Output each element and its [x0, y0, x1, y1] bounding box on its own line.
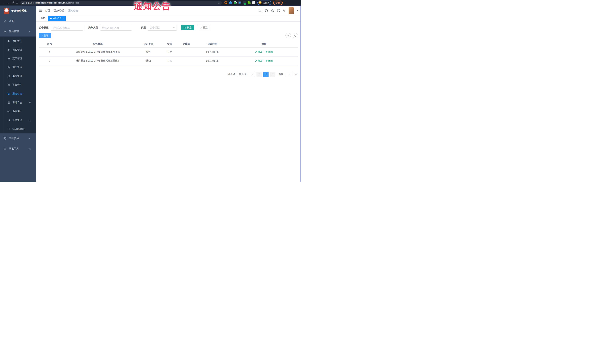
collapse-sidebar-icon[interactable] — [39, 9, 42, 12]
col-header-type: 公告类型 — [135, 41, 161, 47]
sidebar-item-label: 通知公告 — [12, 92, 22, 95]
header-search-icon[interactable] — [259, 9, 262, 12]
sidebar-item-online-users[interactable]: 在线用户 — [0, 107, 36, 116]
sidebar-item-audit-log[interactable]: 审计日志 — [0, 98, 36, 107]
breadcrumb-system[interactable]: 系统管理 — [54, 9, 64, 12]
gear-icon — [4, 30, 7, 33]
extension-blue-diamond-icon[interactable] — [238, 1, 241, 4]
next-page-button[interactable] — [270, 72, 275, 77]
sidebar-item-dept-management[interactable]: 部门管理 — [0, 63, 36, 72]
extension-leaf-icon[interactable] — [247, 1, 251, 4]
reset-button[interactable]: 重置 — [197, 25, 210, 31]
browser-home-icon[interactable]: ⌂ — [15, 1, 19, 4]
url-host[interactable]: dashboard.yudao.iocoder.cn — [35, 2, 65, 4]
browser-update-button[interactable]: 更新 — [273, 0, 283, 5]
shield-check-icon — [7, 119, 10, 121]
chevron-down-icon — [173, 27, 175, 29]
col-header-creator: 创建者 — [178, 41, 195, 47]
extension-blue-drop-icon[interactable] — [229, 1, 232, 4]
browser-forward-icon[interactable]: → — [6, 1, 11, 4]
edit-label: 修改 — [258, 59, 262, 62]
tab-notice[interactable]: 通知公告 × — [48, 16, 66, 21]
delete-link[interactable]: 删除 — [266, 50, 273, 53]
tags-view-bar: 首页 通知公告 × — [36, 16, 301, 21]
sidebar-item-notice[interactable]: 通知公告 — [0, 89, 36, 98]
tab-home[interactable]: 首页 — [39, 16, 47, 21]
bookmark-star-icon[interactable]: ☆ — [218, 1, 220, 4]
security-label[interactable]: 不安全 — [25, 1, 32, 4]
sidebar-item-infrastructure[interactable]: 基础设施 — [0, 134, 36, 144]
goto-page-input[interactable] — [285, 72, 293, 77]
refresh-icon — [294, 34, 297, 37]
address-divider: | — [33, 2, 34, 4]
browser-profile-chip[interactable]: 已暂停 — [258, 0, 271, 5]
chevron-down-icon — [29, 119, 33, 121]
github-icon[interactable] — [265, 9, 268, 12]
font-size-icon[interactable]: tT — [283, 9, 286, 12]
extensions-puzzle-icon[interactable] — [252, 1, 255, 4]
window-scrollbar[interactable] — [301, 6, 301, 182]
operator-input[interactable] — [100, 25, 132, 31]
table-toolbar: + 新增 — [39, 33, 298, 38]
profile-paused-label: 已暂停 — [263, 1, 269, 4]
page-number-button[interactable]: 1 — [263, 72, 269, 77]
sidebar-item-error-code-management[interactable]: 错误码管理 — [0, 125, 36, 134]
sidebar-item-label: 审计日志 — [12, 101, 22, 104]
plus-icon: + — [42, 34, 43, 37]
notice-title-input[interactable] — [51, 25, 83, 31]
extension-green-circle-icon[interactable] — [234, 1, 237, 4]
browser-back-icon[interactable]: ← — [1, 1, 6, 4]
sidebar-item-dict-management[interactable]: 字典管理 — [0, 81, 36, 90]
menu-list-icon — [7, 57, 10, 60]
extension-on-badge-icon[interactable] — [243, 1, 246, 4]
help-question-icon[interactable] — [271, 9, 274, 12]
user-menu-caret-icon[interactable]: ▾ — [297, 10, 298, 12]
tab-label: 首页 — [41, 17, 45, 20]
browser-reload-icon[interactable] — [11, 1, 15, 4]
sidebar-logo[interactable]: 芋道管理系统 — [0, 6, 36, 16]
sidebar-item-label: 菜单管理 — [12, 57, 22, 60]
chevron-down-icon — [29, 102, 33, 104]
user-avatar[interactable] — [289, 7, 294, 14]
prev-page-button[interactable] — [257, 72, 262, 77]
fullscreen-icon[interactable] — [277, 9, 280, 12]
system-submenu: 用户管理 角色管理 菜单管理 部门管理 岗位管理 字典管理 — [0, 37, 36, 134]
search-button[interactable]: 搜索 — [181, 25, 194, 31]
tab-close-icon[interactable]: × — [63, 17, 64, 20]
add-button[interactable]: + 新增 — [39, 33, 51, 38]
refresh-table-button[interactable] — [293, 33, 298, 38]
page-unit-label: 页 — [295, 73, 297, 76]
cell-creator — [178, 47, 195, 56]
page-size-select[interactable]: 10条/页 — [237, 72, 255, 77]
sidebar-item-dev-tools[interactable]: 研发工具 — [0, 144, 36, 154]
notice-type-select[interactable]: 公告类型 — [148, 25, 177, 31]
sidebar-item-post-management[interactable]: 岗位管理 — [0, 72, 36, 81]
edit-link[interactable]: 修改 — [255, 59, 262, 62]
cell-title: 温馨提醒：2018-07-01 若依新版本发布啦 — [60, 47, 135, 56]
sidebar: 芋道管理系统 首页 系统管理 用户管理 角色管理 菜单管理 — [0, 6, 36, 182]
col-header-no: 序号 — [39, 41, 60, 47]
breadcrumb-current: 通知公告 — [68, 9, 78, 12]
post-badge-icon — [7, 75, 10, 77]
breadcrumb-separator: / — [66, 9, 67, 12]
address-bar[interactable]: 不安全 | dashboard.yudao.iocoder.cn/system/… — [20, 1, 222, 5]
toggle-search-button[interactable] — [285, 33, 291, 38]
operator-label: 操作人员 — [88, 26, 98, 29]
update-label: 更新 — [276, 1, 280, 4]
browser-menu-icon[interactable]: ⋮ — [284, 1, 287, 4]
sidebar-item-label: 用户管理 — [12, 39, 22, 43]
dev-tools-icon — [4, 147, 7, 150]
sidebar-item-user-management[interactable]: 用户管理 — [0, 37, 36, 45]
search-icon — [287, 34, 289, 37]
delete-link[interactable]: 删除 — [266, 59, 273, 62]
sidebar-item-sms-management[interactable]: 短信管理 — [0, 116, 36, 125]
sidebar-item-home[interactable]: 首页 — [0, 16, 36, 26]
edit-link[interactable]: 修改 — [255, 50, 262, 53]
sidebar-item-menu-management[interactable]: 菜单管理 — [0, 54, 36, 63]
code-icon — [7, 128, 10, 130]
url-path[interactable]: /system/notice — [65, 2, 79, 4]
extension-orange-ring-icon[interactable] — [224, 1, 227, 4]
breadcrumb-home[interactable]: 首页 — [45, 9, 50, 12]
sidebar-item-system-management[interactable]: 系统管理 — [0, 26, 36, 37]
sidebar-item-role-management[interactable]: 角色管理 — [0, 45, 36, 54]
